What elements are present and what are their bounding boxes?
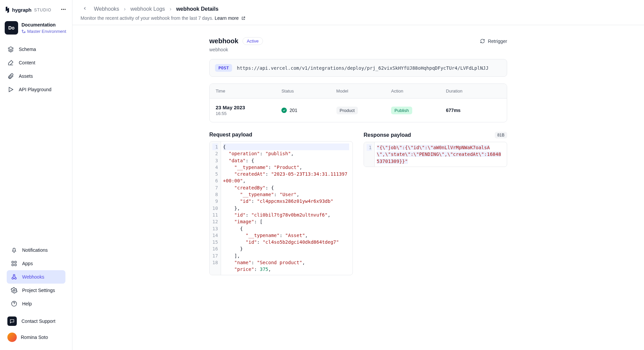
project-badge: Do: [5, 21, 18, 35]
gear-icon: [11, 287, 17, 294]
secondary-nav: Notifications Apps Webhooks Project Sett…: [3, 241, 69, 313]
col-duration: Duration: [446, 89, 501, 94]
col-action: Action: [391, 89, 446, 94]
log-time: 16:55: [216, 111, 281, 116]
status-success-icon: [281, 108, 287, 113]
bell-icon: [11, 247, 17, 253]
more-menu-button[interactable]: [59, 5, 67, 14]
user-name: Romina Soto: [21, 335, 48, 340]
grid-icon: [11, 260, 17, 267]
action-pill: Publish: [391, 107, 412, 114]
request-payload-section: Request payload 123456789101112131415161…: [209, 132, 353, 275]
status-badge: Active: [243, 37, 263, 45]
user-menu[interactable]: Romina Soto: [3, 329, 69, 345]
col-model: Model: [336, 89, 391, 94]
paperclip-icon: [7, 73, 14, 79]
main-content: Webhooks › webhook Logs › webhook Detail…: [72, 0, 644, 350]
svg-point-1: [63, 9, 64, 10]
response-payload-code[interactable]: 1 "{\"job\":{\"id\":\"aW0nLlVrMpNWaK7oal…: [364, 142, 507, 167]
retrigger-button[interactable]: Retrigger: [480, 39, 507, 44]
request-payload-title: Request payload: [209, 132, 252, 138]
sidebar-item-assets[interactable]: Assets: [3, 69, 69, 83]
svg-rect-4: [15, 261, 16, 263]
request-payload-code[interactable]: 123456789101112131415161718 { "operation…: [209, 141, 353, 275]
project-name: Documentation: [21, 22, 66, 27]
chevron-left-icon: [83, 6, 87, 11]
svg-point-8: [15, 278, 16, 279]
sidebar-item-api-playground[interactable]: API Playground: [3, 83, 69, 96]
environment-selector[interactable]: Master Environment: [21, 29, 66, 34]
sidebar-item-label: Apps: [22, 261, 33, 266]
http-method-badge: POST: [215, 64, 232, 72]
external-link-icon: [241, 16, 246, 20]
svg-point-0: [61, 9, 62, 10]
breadcrumb-webhook-details: webhook Details: [176, 6, 218, 12]
chat-icon: [7, 316, 17, 326]
avatar: [7, 333, 17, 342]
svg-rect-6: [15, 264, 16, 266]
svg-point-2: [65, 9, 66, 10]
response-payload-title: Response payload: [364, 132, 411, 138]
chevron-right-icon: ›: [170, 6, 171, 12]
sidebar-item-help[interactable]: Help: [7, 297, 65, 310]
sidebar-item-label: Assets: [19, 73, 33, 79]
sidebar-item-project-settings[interactable]: Project Settings: [7, 284, 65, 297]
back-button[interactable]: [80, 5, 89, 13]
hygraph-logo-icon: [5, 7, 10, 13]
sidebar-item-schema[interactable]: Schema: [3, 43, 69, 56]
chevron-right-icon: ›: [124, 6, 125, 12]
col-status: Status: [281, 89, 336, 94]
layers-icon: [7, 46, 14, 53]
learn-more-link[interactable]: Learn more: [215, 15, 246, 21]
breadcrumb-webhook-logs[interactable]: webhook Logs: [130, 6, 165, 12]
svg-rect-5: [12, 264, 13, 266]
edit-icon: [7, 59, 14, 66]
refresh-icon: [480, 39, 485, 44]
sidebar-item-label: Schema: [19, 47, 36, 52]
brand-studio: STUDIO: [34, 8, 51, 12]
page-subtitle: Monitor the recent activity of your webh…: [80, 15, 213, 21]
model-pill: Product: [336, 107, 358, 114]
page-header: Webhooks › webhook Logs › webhook Detail…: [72, 0, 644, 25]
sidebar-item-apps[interactable]: Apps: [7, 257, 65, 270]
project-selector[interactable]: Do Documentation Master Environment: [0, 18, 72, 40]
breadcrumb: Webhooks › webhook Logs › webhook Detail…: [80, 5, 636, 13]
response-payload-section: Response payload 81B 1 "{\"job\":{\"id\"…: [364, 132, 507, 275]
brand-name: hygraph: [12, 7, 32, 13]
webhook-url-box: POST https://api.vercel.com/v1/integrati…: [209, 59, 507, 77]
log-date: 23 May 2023: [216, 105, 281, 110]
svg-rect-3: [12, 261, 13, 263]
response-payload-text: "{\"job\":{\"id\":\"aW0nLlVrMpNWaK7oalsA…: [377, 145, 501, 164]
response-size-badge: 81B: [495, 132, 507, 138]
branch-icon: [21, 29, 26, 34]
sidebar-item-notifications[interactable]: Notifications: [7, 243, 65, 257]
sidebar-item-label: Webhooks: [22, 274, 44, 280]
webhook-details-table: Time Status Model Action Duration 23 May…: [209, 83, 507, 122]
sidebar: hygraph STUDIO Do Documentation Master E…: [0, 0, 72, 350]
duration-value: 677ms: [446, 108, 501, 113]
webhook-subtitle: webhook: [209, 47, 507, 52]
status-code: 201: [289, 108, 297, 113]
dots-icon: [61, 7, 66, 12]
play-icon: [7, 86, 14, 93]
webhook-title: webhook: [209, 37, 238, 45]
webhook-icon: [11, 274, 17, 280]
sidebar-item-label: Help: [22, 301, 32, 306]
svg-point-10: [13, 290, 15, 291]
primary-nav: Schema Content Assets API Playground: [0, 40, 72, 99]
sidebar-item-label: Project Settings: [22, 288, 55, 293]
svg-point-7: [12, 278, 13, 279]
sidebar-item-label: Content: [19, 60, 35, 65]
help-icon: [11, 300, 17, 307]
sidebar-item-label: API Playground: [19, 87, 51, 92]
webhook-url: https://api.vercel.com/v1/integrations/d…: [237, 65, 488, 71]
sidebar-item-label: Notifications: [22, 247, 48, 253]
sidebar-item-contact-support[interactable]: Contact Support: [3, 313, 69, 329]
col-time: Time: [216, 89, 281, 94]
sidebar-item-label: Contact Support: [21, 318, 55, 324]
sidebar-item-webhooks[interactable]: Webhooks: [7, 270, 65, 284]
sidebar-item-content[interactable]: Content: [3, 56, 69, 69]
table-row: 23 May 2023 16:55 201 Product Publish 67…: [210, 98, 507, 122]
logo[interactable]: hygraph STUDIO: [5, 7, 51, 13]
breadcrumb-webhooks[interactable]: Webhooks: [94, 6, 119, 12]
